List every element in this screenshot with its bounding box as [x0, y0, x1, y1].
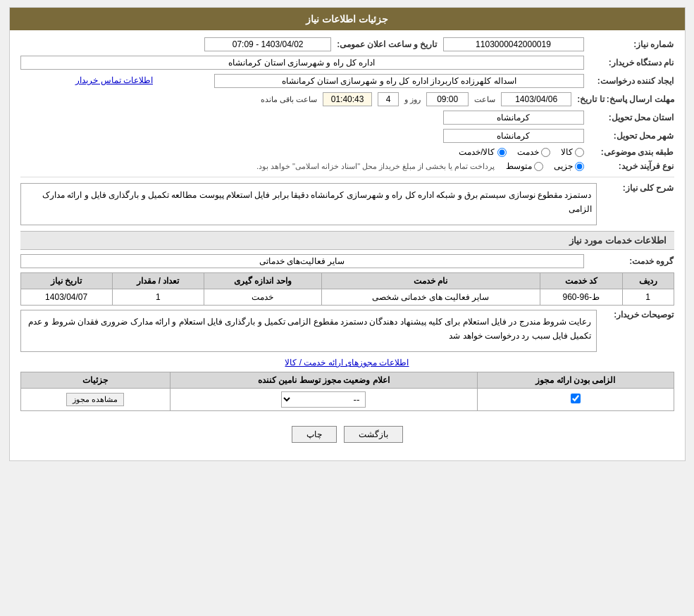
- permit-status-cell: --: [170, 389, 477, 411]
- col-service-name: نام خدمت: [321, 273, 540, 289]
- permit-required-checkbox[interactable]: [571, 394, 581, 403]
- permits-row: -- مشاهده مجوز: [20, 389, 674, 411]
- purchase-radio-motovaset[interactable]: متوسط: [506, 161, 543, 171]
- services-table-body: 1 ط-96-960 سایر فعالیت های خدماتی شخصی خ…: [20, 289, 674, 306]
- print-button[interactable]: چاپ: [292, 426, 337, 443]
- buyer-org-row: نام دستگاه خریدار: اداره کل راه و شهرساز…: [20, 56, 674, 70]
- announce-datetime-label: تاریخ و ساعت اعلان عمومی:: [337, 39, 437, 49]
- bottom-buttons: بازگشت چاپ: [20, 415, 674, 453]
- services-table-header-row: ردیف کد خدمت نام خدمت واحد اندازه گیری ت…: [20, 273, 674, 289]
- divider-1: [20, 177, 674, 177]
- permits-header-row: الزامی بودن ارائه مجوز اعلام وضعیت مجوز …: [20, 372, 674, 389]
- purchase-type-row: نوع فرآیند خرید: جزیی متوسط پرداخت تمام …: [20, 161, 674, 171]
- permits-table: الزامی بودن ارائه مجوز اعلام وضعیت مجوز …: [20, 372, 674, 411]
- requester-label: ایجاد کننده درخواست:: [590, 76, 674, 86]
- province-label: استان محل تحویل:: [590, 113, 674, 122]
- service-group-value: سایر فعالیت‌های خدماتی: [20, 254, 584, 268]
- services-table-head: ردیف کد خدمت نام خدمت واحد اندازه گیری ت…: [20, 273, 674, 289]
- need-number-row: شماره نیاز: 1103000042000019 تاریخ و ساع…: [20, 37, 674, 51]
- view-permit-button[interactable]: مشاهده مجوز: [66, 393, 124, 406]
- permit-status-select[interactable]: --: [281, 391, 366, 408]
- col-required: الزامی بودن ارائه مجوز: [478, 372, 674, 389]
- need-number-value: 1103000042000019: [443, 37, 584, 51]
- buyer-notes-text: رعایت شروط مندرج در فایل استعلام برای کل…: [20, 310, 597, 352]
- col-service-code: کد خدمت: [540, 273, 622, 289]
- category-radios: کالا خدمت کالا/خدمت: [459, 147, 583, 157]
- deadline-remaining: 01:40:43: [323, 92, 372, 106]
- buyer-org-label: نام دستگاه خریدار:: [590, 58, 674, 68]
- services-section-header: اطلاعات خدمات مورد نیاز: [20, 231, 674, 250]
- category-radio-khedmat[interactable]: خدمت: [517, 147, 550, 157]
- contact-link[interactable]: اطلاعات تماس خریدار: [20, 74, 209, 88]
- province-row: استان محل تحویل: کرمانشاه: [20, 111, 674, 125]
- permits-link[interactable]: اطلاعات مجوزهای ارائه خدمت / کالا: [20, 358, 674, 367]
- col-details: جزئیات: [20, 372, 170, 389]
- service-group-row: گروه خدمت: سایر فعالیت‌های خدماتی: [20, 254, 674, 268]
- purchase-radio-jazii[interactable]: جزیی: [554, 161, 584, 171]
- category-radio-kala-input[interactable]: [575, 148, 584, 157]
- permits-table-body: -- مشاهده مجوز: [20, 389, 674, 411]
- city-label: شهر محل تحویل:: [590, 131, 674, 141]
- deadline-days: 4: [378, 92, 399, 106]
- col-date: تاریخ نیاز: [20, 273, 112, 289]
- deadline-row: مهلت ارسال پاسخ: تا تاریخ: 1403/04/06 سا…: [20, 92, 674, 106]
- page-title: جزئیات اطلاعات نیاز: [306, 13, 388, 25]
- deadline-date: 1403/04/06: [501, 92, 571, 106]
- cell-unit: خدمت: [204, 289, 321, 306]
- content-area: شماره نیاز: 1103000042000019 تاریخ و ساع…: [10, 30, 685, 460]
- page-container: جزئیات اطلاعات نیاز شماره نیاز: 11030000…: [9, 7, 686, 461]
- page-header: جزئیات اطلاعات نیاز: [10, 8, 685, 30]
- announce-datetime-value: 1403/04/02 - 07:09: [204, 37, 331, 51]
- category-radio-kala-label: کالا: [561, 147, 573, 157]
- purchase-radio-jazii-input[interactable]: [575, 162, 584, 171]
- deadline-remaining-label: ساعت باقی مانده: [261, 95, 317, 104]
- buyer-notes-section: توصیحات خریدار: رعایت شروط مندرج در فایل…: [20, 310, 674, 352]
- requester-value: اسداله کلهرزاده کاربرداز اداره کل راه و …: [214, 74, 584, 88]
- col-unit: واحد اندازه گیری: [204, 273, 321, 289]
- cell-row-num: 1: [622, 289, 674, 306]
- purchase-type-label: نوع فرآیند خرید:: [590, 161, 674, 171]
- category-radio-kala[interactable]: کالا: [561, 147, 584, 157]
- cell-service-name: سایر فعالیت های خدماتی شخصی: [321, 289, 540, 306]
- col-qty: تعداد / مقدار: [112, 273, 204, 289]
- city-row: شهر محل تحویل: کرمانشاه: [20, 129, 674, 143]
- category-radio-khedmat-input[interactable]: [541, 148, 550, 157]
- deadline-days-label: روز و: [404, 95, 421, 104]
- description-label: شرح کلی نیاز:: [604, 183, 674, 225]
- category-radio-kala-khedmat-label: کالا/خدمت: [459, 147, 495, 157]
- need-number-label: شماره نیاز:: [590, 39, 674, 49]
- return-button[interactable]: بازگشت: [344, 426, 403, 443]
- description-section: شرح کلی نیاز: دستمزد مقطوع نوسازی سیستم …: [20, 183, 674, 225]
- buyer-notes-label: توصیحات خریدار:: [604, 310, 674, 352]
- city-value: کرمانشاه: [443, 129, 584, 143]
- description-text: دستمزد مقطوع نوسازی سیستم برق و شبکه ادا…: [20, 183, 597, 225]
- province-value: کرمانشاه: [443, 111, 584, 125]
- purchase-radio-jazii-label: جزیی: [554, 161, 573, 171]
- purchase-note: پرداخت تمام یا بخشی از مبلغ خریداز محل "…: [256, 162, 495, 171]
- category-row: طبقه بندی موضوعی: کالا خدمت کالا/خدمت: [20, 147, 674, 157]
- cell-date: 1403/04/07: [20, 289, 112, 306]
- buyer-org-value: اداره کل راه و شهرسازی استان کرمانشاه: [20, 56, 584, 70]
- permits-table-head: الزامی بودن ارائه مجوز اعلام وضعیت مجوز …: [20, 372, 674, 389]
- service-group-label: گروه خدمت:: [590, 256, 674, 266]
- col-row-num: ردیف: [622, 273, 674, 289]
- category-radio-khedmat-label: خدمت: [517, 147, 539, 157]
- category-radio-kala-khedmat-input[interactable]: [497, 148, 507, 157]
- cell-service-code: ط-96-960: [540, 289, 622, 306]
- cell-qty: 1: [112, 289, 204, 306]
- category-radio-kala-khedmat[interactable]: کالا/خدمت: [459, 147, 506, 157]
- permit-details-cell: مشاهده مجوز: [20, 389, 170, 411]
- deadline-time: 09:00: [426, 92, 469, 106]
- purchase-type-radios: جزیی متوسط پرداخت تمام یا بخشی از مبلغ خ…: [256, 161, 584, 171]
- permit-required-cell: [478, 389, 674, 411]
- deadline-label: مهلت ارسال پاسخ: تا تاریخ:: [577, 94, 674, 104]
- purchase-radio-motovaset-input[interactable]: [534, 162, 543, 171]
- requester-row: ایجاد کننده درخواست: اسداله کلهرزاده کار…: [20, 74, 674, 88]
- deadline-time-label: ساعت: [474, 95, 495, 104]
- table-row: 1 ط-96-960 سایر فعالیت های خدماتی شخصی خ…: [20, 289, 674, 306]
- col-status: اعلام وضعیت مجوز توسط نامین کننده: [170, 372, 477, 389]
- services-table: ردیف کد خدمت نام خدمت واحد اندازه گیری ت…: [20, 272, 674, 306]
- purchase-radio-motovaset-label: متوسط: [506, 161, 532, 171]
- category-label: طبقه بندی موضوعی:: [590, 147, 674, 157]
